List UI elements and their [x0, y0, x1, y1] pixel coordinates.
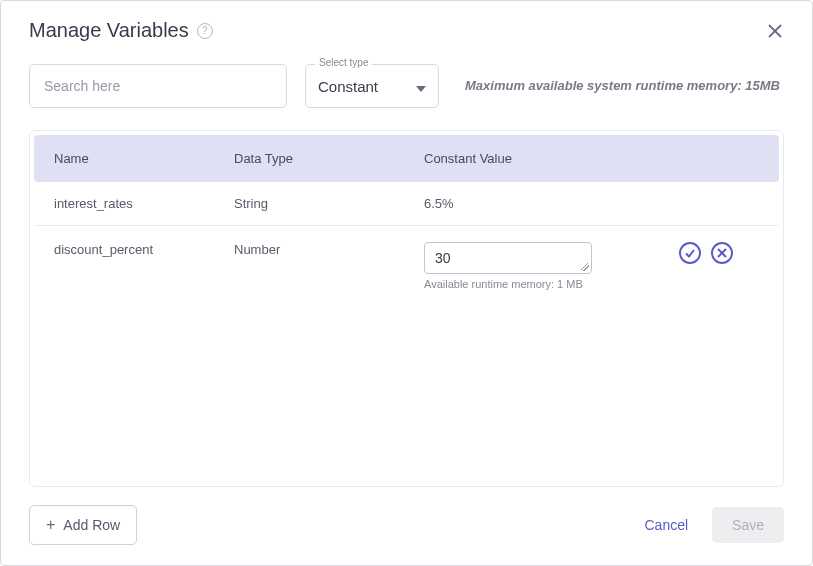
variables-table: Name Data Type Constant Value interest_r…	[29, 130, 784, 487]
help-icon[interactable]: ?	[197, 23, 213, 39]
column-header-name: Name	[54, 151, 234, 166]
cell-name: discount_percent	[54, 242, 234, 257]
cell-value: 6.5%	[424, 196, 759, 211]
search-input[interactable]	[29, 64, 287, 108]
close-icon[interactable]	[766, 22, 784, 40]
modal-title: Manage Variables	[29, 19, 189, 42]
select-label: Select type	[315, 57, 372, 68]
save-button[interactable]: Save	[712, 507, 784, 543]
add-row-button[interactable]: + Add Row	[29, 505, 137, 545]
modal-footer: + Add Row Cancel Save	[29, 505, 784, 545]
column-header-type: Data Type	[234, 151, 424, 166]
cell-name: interest_rates	[54, 196, 234, 211]
select-value: Constant	[318, 78, 378, 95]
table-header-row: Name Data Type Constant Value	[34, 135, 779, 182]
memory-banner: Maximum available system runtime memory:…	[465, 77, 784, 95]
constant-value-input[interactable]	[424, 242, 592, 274]
cancel-row-button[interactable]	[711, 242, 733, 264]
select-type-dropdown[interactable]: Select type Constant	[305, 64, 439, 108]
cancel-button[interactable]: Cancel	[628, 507, 704, 543]
title-wrap: Manage Variables ?	[29, 19, 213, 42]
controls-row: Select type Constant Maximum available s…	[29, 64, 784, 108]
cell-type: String	[234, 196, 424, 211]
confirm-row-button[interactable]	[679, 242, 701, 264]
table-row[interactable]: discount_percent Number Available runtim…	[34, 226, 779, 304]
cell-type: Number	[234, 242, 424, 257]
manage-variables-modal: Manage Variables ? Select type Constant …	[0, 0, 813, 566]
add-row-label: Add Row	[63, 517, 120, 533]
column-header-value: Constant Value	[424, 151, 759, 166]
table-row[interactable]: interest_rates String 6.5%	[34, 182, 779, 226]
chevron-down-icon	[416, 78, 426, 95]
modal-header: Manage Variables ?	[29, 19, 784, 42]
runtime-memory-hint: Available runtime memory: 1 MB	[424, 278, 679, 290]
plus-icon: +	[46, 516, 55, 534]
